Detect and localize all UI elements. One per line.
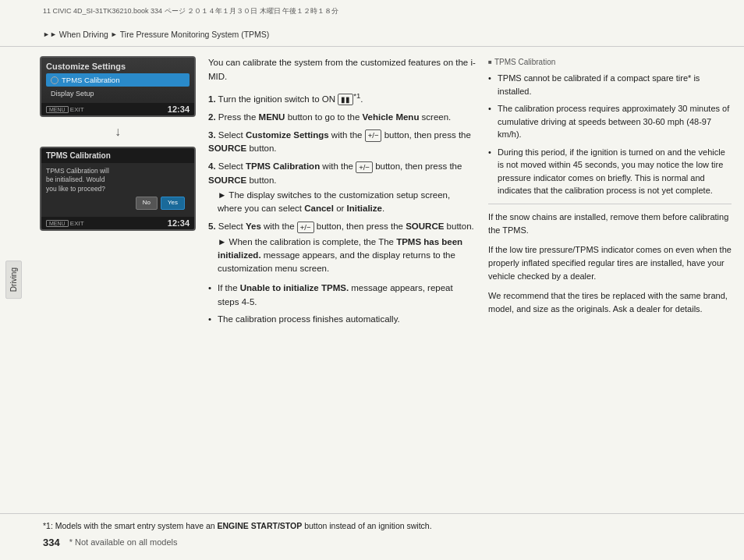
notes-bullet-1: TPMS cannot be calibrated if a compact s… bbox=[488, 72, 732, 97]
plus-minus-btn-4: +/− bbox=[356, 161, 373, 173]
step-1: 1. Turn the ignition switch to ON ▮▮*1. bbox=[208, 90, 476, 106]
notes-bullet-2: The calibration process requires approxi… bbox=[488, 102, 732, 141]
screen-menu-tpms: TPMS Calibration bbox=[46, 73, 190, 87]
notes-para-1: If the snow chains are installed, remove… bbox=[488, 211, 732, 237]
plus-minus-btn-3: +/− bbox=[365, 129, 382, 141]
device-screen-1: Customize Settings TPMS Calibration Disp… bbox=[40, 56, 196, 117]
dialog-header: TPMS Calibration bbox=[41, 148, 194, 163]
content-area: Customize Settings TPMS Calibration Disp… bbox=[27, 47, 744, 513]
dialog-buttons: No Yes bbox=[46, 193, 190, 213]
device-panel: Customize Settings TPMS Calibration Disp… bbox=[40, 56, 196, 504]
screen-time-1: 12:34 bbox=[168, 105, 190, 114]
main-content: Driving Customize Settings TPMS Calibrat… bbox=[0, 47, 744, 513]
tpms-icon bbox=[51, 76, 58, 84]
arrow-indicator: ↓ bbox=[40, 123, 196, 140]
step-2: 2. Press the MENU button to go to the Ve… bbox=[208, 111, 476, 124]
intro-text: You can calibrate the system from the cu… bbox=[208, 56, 476, 84]
divider-1 bbox=[488, 204, 732, 204]
file-info: 11 CIVIC 4D_SI-31TK36210.book 334 ページ ２０… bbox=[43, 6, 338, 16]
driving-label: Driving bbox=[5, 261, 22, 299]
plus-minus-btn-5: +/− bbox=[297, 222, 314, 233]
dialog-no-btn[interactable]: No bbox=[136, 197, 158, 210]
breadcrumb-item-1: When Driving bbox=[59, 30, 108, 39]
bullet-2: The calibration process finishes automat… bbox=[208, 313, 476, 326]
screen-display-label: Display Setup bbox=[46, 88, 190, 99]
footnote: *1: Models with the smart entry system h… bbox=[43, 520, 432, 532]
notes-section-title: TPMS Calibration bbox=[488, 56, 732, 68]
notes-bullet-3: During this period, if the ignition is t… bbox=[488, 146, 732, 197]
step-4: 4. Select TPMS Calibration with the +/− … bbox=[208, 160, 476, 215]
dialog-body-text: TPMS Calibration willbe initialised. Wou… bbox=[46, 167, 109, 193]
screen-exit-2: MENU EXIT bbox=[46, 220, 84, 227]
dialog-body: TPMS Calibration willbe initialised. Wou… bbox=[41, 163, 194, 217]
screen-exit-1: MENU EXIT bbox=[46, 106, 84, 113]
screen-footer-2: MENU EXIT 12:34 bbox=[41, 217, 194, 229]
device-screen-2: TPMS Calibration TPMS Calibration willbe… bbox=[40, 147, 196, 231]
step-5-sub: ► When the calibration is complete, the … bbox=[208, 236, 476, 276]
step-5: 5. Select Yes with the +/− button, then … bbox=[208, 220, 476, 275]
step-4-sub: ► The display switches to the customizat… bbox=[208, 189, 476, 216]
page-number: 334 bbox=[43, 537, 60, 548]
breadcrumb-item-2: Tire Pressure Monitoring System (TPMS) bbox=[120, 30, 270, 39]
notes-para-2: If the low tire pressure/TPMS indicator … bbox=[488, 243, 732, 283]
notes-col: TPMS Calibration TPMS cannot be calibrat… bbox=[488, 56, 732, 504]
screen-time-2: 12:34 bbox=[168, 218, 190, 228]
instructions-col: You can calibrate the system from the cu… bbox=[208, 56, 476, 504]
not-available: * Not available on all models bbox=[69, 537, 178, 547]
notes-para-3: We recommend that the tires be replaced … bbox=[488, 289, 732, 316]
bullet-1: If the Unable to initialize TPMS. messag… bbox=[208, 282, 476, 309]
step-list: 1. Turn the ignition switch to ON ▮▮*1. … bbox=[208, 90, 476, 276]
footer-row: 334 * Not available on all models bbox=[43, 537, 178, 548]
bullet-list: If the Unable to initialize TPMS. messag… bbox=[208, 282, 476, 326]
screen-top-1: Customize Settings TPMS Calibration Disp… bbox=[41, 58, 194, 103]
dialog-title: TPMS Calibration bbox=[46, 151, 190, 160]
breadcrumb: ►► When Driving ► Tire Pressure Monitori… bbox=[43, 30, 269, 39]
screen-title-1: Customize Settings bbox=[46, 62, 190, 71]
breadcrumb-arrow-2: ► bbox=[111, 30, 118, 38]
on-icon: ▮▮ bbox=[338, 94, 353, 105]
bottom-bar: *1: Models with the smart entry system h… bbox=[0, 513, 744, 560]
screen-tpms-label: TPMS Calibration bbox=[62, 76, 119, 84]
breadcrumb-arrow-1: ►► bbox=[43, 30, 57, 38]
screen-footer-1: MENU EXIT 12:34 bbox=[41, 103, 194, 115]
header-bar: 11 CIVIC 4D_SI-31TK36210.book 334 ページ ２０… bbox=[0, 0, 744, 47]
left-sidebar: Driving bbox=[0, 47, 27, 513]
step-3: 3. Select Customize Settings with the +/… bbox=[208, 129, 476, 156]
dialog-yes-btn[interactable]: Yes bbox=[161, 197, 185, 210]
text-panel: You can calibrate the system from the cu… bbox=[208, 56, 732, 504]
